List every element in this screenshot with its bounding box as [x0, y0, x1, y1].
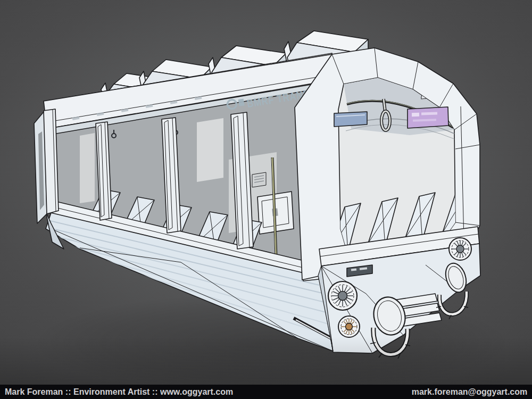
destination-sign	[334, 112, 367, 127]
fan-icon	[338, 316, 360, 337]
fan-icon	[328, 281, 357, 310]
fan-icon	[449, 238, 471, 260]
render-canvas: BMRF TRANSIT	[0, 0, 532, 399]
artist-credit: Mark Foreman :: Environment Artist :: ww…	[5, 387, 233, 397]
artist-email: mark.foreman@oggyart.com	[411, 387, 527, 397]
credit-bar: Mark Foreman :: Environment Artist :: ww…	[0, 385, 532, 399]
ad-panel	[408, 107, 448, 128]
bus-3d-render: BMRF TRANSIT	[0, 0, 532, 399]
